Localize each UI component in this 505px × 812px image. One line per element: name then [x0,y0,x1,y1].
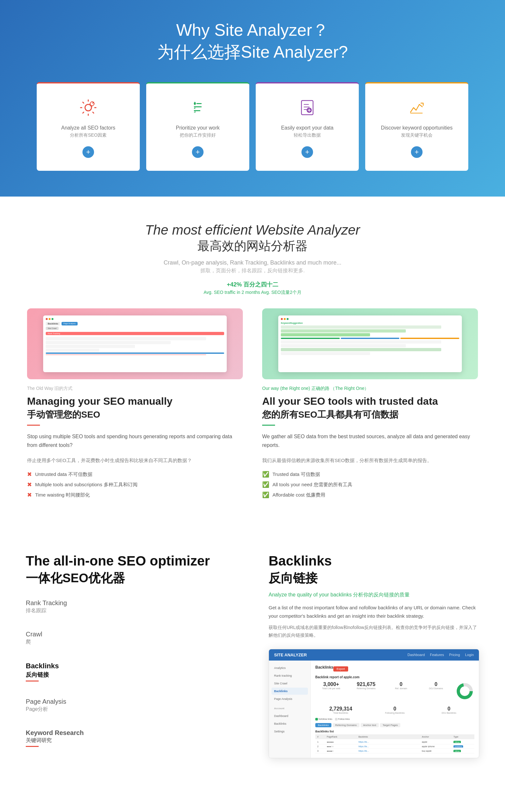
hero-title: Why Site Analyzer？ 为什么选择Site Analyzer? [13,19,492,63]
card-plus-analyze[interactable]: + [82,146,94,158]
dash-sidebar: Analytics Rank tracking Site Crawl Backl… [269,661,311,758]
card-text-analyze: Analyze all SEO factors 分析所有SEO因素 [61,124,115,139]
card-plus-prioritize[interactable]: + [192,146,203,158]
backlinks-nav-underline [26,681,39,681]
sidebar-backlinks[interactable]: Backlinks [272,688,308,695]
backlinks-title-zh: 反向链接 [269,570,479,586]
feature-card-analyze: Analyze all SEO factors 分析所有SEO因素 + [37,82,140,171]
nav-item-page-analysis[interactable]: Page Analysis Page分析 [26,698,236,719]
nav-item-backlinks[interactable]: Backlinks 反向链接 [26,662,236,688]
feature-cards-container: Analyze all SEO factors 分析所有SEO因素 + 1 2 … [27,82,478,171]
table-row-3: 3 ●●●●○ https://te... buy apple follow [315,749,474,753]
new-mock-screen: KeywordSuggestion [278,315,462,372]
table-row-2: 2 ●●●○○ https://te... apple iphone nofol… [315,745,474,749]
svg-rect-12 [410,113,423,113]
allinone-title-zh: 一体化SEO优化器 [26,570,236,586]
dash-stats-row: 3,000+ Total Link per web 921,675 Referr… [315,681,474,702]
right-desc-zh: 我们从最值得信赖的来源收集所有SEO数据，分析所有数据并生成简单的报告。 [262,456,478,464]
svg-rect-10 [302,101,313,115]
dash-domain: Backlink report of apple.com [315,675,474,679]
allinone-right: Backlinks 反向链接 Analyze the quality of yo… [269,553,479,763]
sidebar-settings[interactable]: Settings [272,728,308,735]
card-text-discover: Discover keyword opportunities 发现关键字机会 [381,124,453,139]
sidebar-account-label: Account [272,705,308,712]
sidebar-page-analysis[interactable]: Page Analysis [272,695,308,702]
comparison-right: KeywordSuggestion Our way (the Right one [262,308,478,502]
dash-main: Backlinks Export Backlink report of appl… [311,661,479,758]
efficient-section: The most efficient Website Analyzer 最高效的… [0,196,505,528]
neg-icon-3: ✖ [27,492,32,499]
svg-point-1 [90,102,94,106]
positive-2: ✅ All tools your need 您需要的所有工具 [262,481,478,488]
svg-point-0 [85,104,92,111]
sidebar-rank-tracking[interactable]: Rank tracking [272,672,308,679]
svg-point-15 [462,688,468,694]
nav-item-rank-tracking[interactable]: Rank Tracking 排名跟踪 [26,599,236,621]
new-screenshot: KeywordSuggestion [262,308,478,379]
dash-export-button[interactable]: Export [333,666,348,672]
dash-nav: Dashboard Features Pricing Login [407,653,474,657]
old-label: The Old Way 旧的方式 [27,386,243,392]
sidebar-site-crawl[interactable]: Site Crawl [272,680,308,687]
gear-icon [77,96,100,119]
allinone-section: The all-in-one SEO optimizer 一体化SEO优化器 R… [0,528,505,789]
neg-icon-2: ✖ [27,481,32,488]
growth-text: +42% 百分之四十二 [13,281,492,288]
negative-2: ✖ Multiple tools and subscriptions 多种工具和… [27,481,243,488]
right-desc-en: We gather all SEO data from the best tru… [262,432,478,449]
old-screenshot: Backlinks Page Analysis Site Crawl Rank … [27,308,243,379]
nav-item-crawl[interactable]: Crawl 爬 [26,631,236,652]
dashboard-mockup: SITE ANALYZER Dashboard Features Pricing… [269,649,479,758]
tab-anchor[interactable]: Anchor text [361,723,379,727]
allinone-title-en: The all-in-one SEO optimizer [26,553,236,569]
tab-backlinks[interactable]: Backlinks [315,723,331,727]
tab-referring[interactable]: Referring Domains [333,723,359,727]
dash-stats-row-2: 2,729,314 Total Backlinks 0 Following Ba… [315,706,474,714]
comparison-left: Backlinks Page Analysis Site Crawl Rank … [27,308,243,502]
chart-legend: Nofollow links Follow links [315,718,474,720]
svg-rect-4 [196,103,202,104]
feature-card-discover: Discover keyword opportunities 发现关键字机会 + [365,82,468,171]
hero-section: Why Site Analyzer？ 为什么选择Site Analyzer? [0,0,505,196]
card-plus-export[interactable]: + [302,146,313,158]
stat-ref-domain-2: 0 Ref. domain [385,681,417,702]
backlinks-list-title: Backlinks list [315,730,474,733]
positive-3: ✅ Affordable cost 低廉费用 [262,492,478,499]
dash-logo: SITE ANALYZER [274,653,307,657]
tab-target[interactable]: Target Pages [380,723,400,727]
keyword-icon [405,96,428,119]
old-mock-screen: Backlinks Page Analysis Site Crawl Rank … [43,315,227,372]
nav-item-keyword-research[interactable]: Keyword Research 关键词研究 [26,729,236,754]
backlinks-desc-zh: 获取任何URL或域名的最重要的follow和nofollow反向链接列表。检查你… [269,624,479,639]
sidebar-analytics[interactable]: Analytics [272,664,308,672]
efficient-subtitle-en: Crawl, On-page analysis, Rank Tracking, … [13,259,492,266]
svg-text:1: 1 [194,102,196,106]
stat-total-backlinks: 2,729,314 Total Backlinks [315,706,366,714]
backlinks-desc-en: Get a list of the most important follow … [269,603,479,620]
avg-text: Avg. SEO traffic in 2 months Avg. SEO流量2… [13,290,492,295]
svg-text:2: 2 [194,106,196,110]
dash-body: Analytics Rank tracking Site Crawl Backl… [269,661,479,758]
efficient-title: The most efficient Website Analyzer 最高效的… [13,222,492,254]
dash-section-title: Backlinks [315,665,333,670]
stat-doj-backlinks: 0 DOJ Backlinks [424,706,474,714]
left-title-en: Managing your SEO manually [27,395,243,407]
table-header: # PageRank Backlinks Anchor Type [315,734,474,739]
sidebar-backlinks-2[interactable]: Backlinks [272,720,308,727]
left-desc-en: Stop using multiple SEO tools and spendi… [27,432,243,449]
card-text-export: Easily export your data 轻松导出数据 [281,124,334,139]
sidebar-dashboard[interactable]: Dashboard [272,712,308,719]
negative-1: ✖ Untrusted data 不可信数据 [27,471,243,478]
list-icon: 1 2 3 [186,96,209,119]
backlinks-link[interactable]: Analyze the quality of your backlinks 分析… [269,591,479,598]
backlinks-title-en: Backlinks [269,553,479,569]
pos-icon-1: ✅ [262,471,269,478]
card-text-prioritize: Prioritize your work 把你的工作安排好 [176,124,220,139]
filter-tabs: Backlinks Referring Domains Anchor text … [315,723,474,727]
donut-chart [455,681,474,702]
card-plus-discover[interactable]: + [411,146,423,158]
left-title-zh: 手动管理您的SEO [27,409,243,421]
stat-ref-domains: 921,675 Referring Domains [350,681,382,702]
table-row-1: 1 ●●●●● https://te... apple follow [315,740,474,745]
pos-icon-2: ✅ [262,481,269,488]
